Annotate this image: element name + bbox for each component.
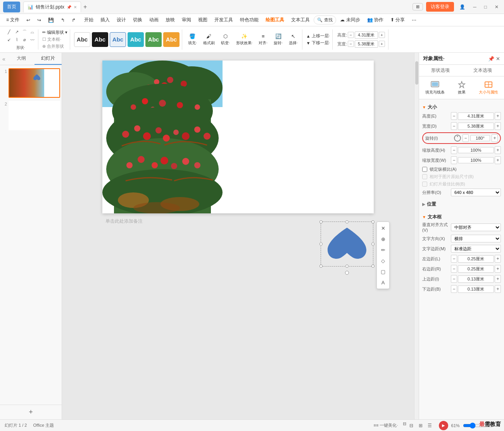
menu-undo[interactable]: ↩ <box>23 16 33 24</box>
view-outline-btn[interactable]: ☰ <box>426 421 434 430</box>
best-scale-checkbox[interactable] <box>422 182 427 187</box>
select-btn[interactable]: ↖ 选择· <box>287 32 300 47</box>
shape-line8[interactable]: 〰 <box>29 36 36 43</box>
float-close-btn[interactable]: ✕ <box>378 223 388 233</box>
height-prop-minus[interactable]: − <box>451 112 457 120</box>
float-edit-btn[interactable]: ✏ <box>378 245 388 255</box>
menu-view[interactable]: 视图 <box>195 15 211 25</box>
menu-save[interactable]: 💾 <box>45 16 57 24</box>
vert-align-select[interactable]: 中部对齐 <box>451 223 501 231</box>
position-section-header[interactable]: ▶ 位置 <box>422 199 501 209</box>
user-icon[interactable]: 👤 <box>457 3 468 10</box>
panel-close-btn[interactable]: ✕ <box>496 56 500 62</box>
menu-playback[interactable]: 放映 <box>162 15 178 25</box>
textstyle-5[interactable]: Abc <box>145 32 162 47</box>
tab-close-btn[interactable]: ✕ <box>74 5 77 9</box>
text-frame-btn[interactable]: ☐ 文本框· <box>42 36 67 42</box>
shape-line4[interactable]: ⌓ <box>29 29 36 36</box>
menu-text-tool[interactable]: 文本工具 <box>288 15 313 25</box>
menu-design[interactable]: 设计 <box>114 15 129 25</box>
format-brush-btn[interactable]: 🖌 格式刷 <box>201 32 217 47</box>
textstyle-2[interactable]: Abc <box>92 32 108 47</box>
menu-draw-tool[interactable]: 绘图工具 <box>262 15 287 25</box>
slide-1-thumb[interactable]: 1 <box>2 68 60 98</box>
menu-back[interactable]: ↰ <box>58 16 68 24</box>
height-plus-btn[interactable]: + <box>379 32 385 38</box>
rotate-btn[interactable]: 🔄 旋转· <box>272 32 285 47</box>
new-tab-btn[interactable]: + <box>81 3 89 10</box>
float-text-btn[interactable]: A <box>378 277 388 287</box>
menu-redo[interactable]: ↪ <box>34 16 44 24</box>
slide-1-preview[interactable] <box>9 68 60 98</box>
lock-ratio-checkbox[interactable] <box>422 167 427 172</box>
top-margin-minus[interactable]: − <box>451 275 457 283</box>
view-grid-btn[interactable]: ⊞ <box>416 421 425 430</box>
sidebar-collapse-btn[interactable]: « <box>0 54 8 64</box>
menu-review[interactable]: 审阅 <box>179 15 194 25</box>
menu-dev[interactable]: 开发工具 <box>211 15 236 25</box>
textbox-section-header[interactable]: ▼ 文本框 <box>422 212 501 222</box>
scale-w-minus[interactable]: − <box>451 156 457 164</box>
scale-w-plus[interactable]: + <box>495 156 501 164</box>
shape-line2[interactable]: ↗ <box>13 29 20 36</box>
width-prop-plus[interactable]: + <box>495 122 501 130</box>
menu-special[interactable]: 特色功能 <box>237 15 262 25</box>
width-prop-minus[interactable]: − <box>451 122 457 130</box>
right-margin-minus[interactable]: − <box>451 265 457 273</box>
panel-tab-shape[interactable]: 形状选项 <box>419 65 462 76</box>
slide-2-thumb[interactable]: 2 <box>2 101 60 130</box>
shape-line7[interactable]: ⌀ <box>21 36 28 43</box>
textstyle-3[interactable]: Abc <box>110 32 126 47</box>
menu-more[interactable]: ⋯ <box>409 16 419 24</box>
menu-animate[interactable]: 动画 <box>146 15 162 25</box>
text-dir-select[interactable]: 横排 <box>451 235 501 242</box>
outline-tab[interactable]: 大纲 <box>8 53 35 65</box>
screen-layout-btn[interactable]: ⊞ <box>413 3 423 10</box>
move-down-btn[interactable]: ▼ 下移一层· <box>306 40 330 46</box>
shape-line1[interactable]: ╱ <box>5 29 12 36</box>
search-bar[interactable]: 🔍 查找 <box>314 16 336 24</box>
scale-h-plus[interactable]: + <box>495 146 501 154</box>
rotation-minus[interactable]: − <box>463 134 469 142</box>
panel-pin-btn[interactable]: 📌 <box>488 56 494 62</box>
shape-effect-btn[interactable]: ✨ 形状效果· <box>234 32 255 47</box>
float-fill-btn[interactable]: ◇ <box>378 256 388 266</box>
merge-shape-btn[interactable]: ⊕ 合并形状 <box>42 43 67 49</box>
slide-2-preview[interactable] <box>9 101 60 130</box>
shape-line3[interactable]: ⌒ <box>21 29 28 36</box>
vertical-scrollbar[interactable] <box>414 53 419 419</box>
fill-btn[interactable]: 🪣 填充· <box>186 32 199 47</box>
tab-home[interactable]: 首页 <box>3 2 20 12</box>
textstyle-4[interactable]: Abc <box>128 32 144 47</box>
move-up-btn[interactable]: ▲ 上移一层· <box>306 33 330 39</box>
rotation-dial[interactable] <box>454 135 461 142</box>
textstyle-1[interactable]: Abc <box>74 32 90 47</box>
menu-switch[interactable]: 切换 <box>130 15 145 25</box>
text-margin-select[interactable]: 标准边距 <box>451 245 501 253</box>
add-slide-btn[interactable]: + <box>0 405 62 419</box>
align-btn[interactable]: ≡ 对齐· <box>257 32 269 47</box>
right-margin-plus[interactable]: + <box>495 265 501 273</box>
width-plus-btn[interactable]: + <box>379 41 385 47</box>
left-margin-plus[interactable]: + <box>495 255 501 263</box>
menu-sync[interactable]: ☁ 未同步 <box>337 15 363 25</box>
distort-btn[interactable]: ⬡ 矶变· <box>219 32 232 47</box>
bottom-margin-plus[interactable]: + <box>495 285 501 293</box>
panel-subtab-effect[interactable]: 效果 <box>449 79 474 97</box>
textstyle-6[interactable]: Abc <box>163 32 180 47</box>
close-btn[interactable]: ✕ <box>492 3 501 10</box>
left-margin-minus[interactable]: − <box>451 255 457 263</box>
beautify-btn[interactable]: ≡≡ 一键美化· <box>374 422 398 428</box>
resolution-select[interactable]: 640 x 480 <box>451 189 501 196</box>
shape-label[interactable]: 形状· <box>16 45 25 50</box>
menu-insert[interactable]: 插入 <box>97 15 113 25</box>
height-minus-btn[interactable]: − <box>348 32 354 38</box>
minimize-btn[interactable]: ─ <box>471 3 479 10</box>
float-frame-btn[interactable]: ▢ <box>378 267 388 277</box>
login-btn[interactable]: 访客登录 <box>426 2 454 12</box>
heart-shape-container[interactable] <box>321 222 373 267</box>
height-prop-plus[interactable]: + <box>495 112 501 120</box>
menu-collab[interactable]: 👥 协作 <box>364 15 387 25</box>
maximize-btn[interactable]: □ <box>482 3 489 10</box>
shape-line6[interactable]: ⌇ <box>13 36 20 43</box>
